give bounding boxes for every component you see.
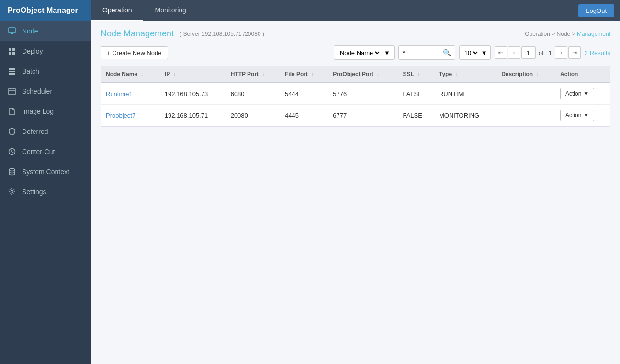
- cell-proobject-port-0: 5776: [328, 83, 398, 105]
- table-row: Runtime1 192.168.105.73 6080 5444 5776 F…: [101, 83, 610, 105]
- cell-ip-0: 192.168.105.73: [160, 83, 226, 105]
- col-header-action: Action: [555, 66, 610, 83]
- search-box: 🔍: [398, 45, 455, 60]
- gear-icon: [8, 188, 16, 196]
- svg-rect-9: [9, 73, 15, 75]
- sidebar-label-settings: Settings: [22, 188, 46, 196]
- breadcrumb-node: Node: [557, 31, 571, 37]
- cell-description-0: [496, 83, 555, 105]
- per-page-chevron-icon: ▼: [481, 49, 487, 56]
- main-area: Node Deploy Batch Scheduler: [0, 21, 620, 364]
- cell-node-name-0[interactable]: Runtime1: [101, 83, 160, 105]
- filter-select-input[interactable]: Node Name IP HTTP Port File Port: [338, 49, 381, 57]
- sidebar-label-batch: Batch: [22, 67, 39, 75]
- col-header-ip: IP ↕: [160, 66, 226, 83]
- col-header-node-name: Node Name ↕: [101, 66, 160, 83]
- col-header-proobject-port: ProObject Port ↕: [328, 66, 398, 83]
- action-button-1[interactable]: Action ▼: [560, 110, 594, 121]
- svg-rect-7: [9, 68, 15, 70]
- sidebar-label-deferred: Deferred: [22, 128, 48, 135]
- sidebar-item-scheduler[interactable]: Scheduler: [0, 81, 91, 101]
- breadcrumb: Operation > Node > Management: [525, 31, 610, 37]
- sidebar-item-system-context[interactable]: System Context: [0, 162, 91, 182]
- brand-title: ProObject Manager: [8, 6, 78, 15]
- cell-description-1: [496, 105, 555, 126]
- svg-rect-4: [12, 48, 15, 51]
- per-page-select-input[interactable]: 10 20 50: [462, 49, 479, 57]
- breadcrumb-sep1: >: [552, 31, 556, 37]
- sort-icon-type[interactable]: ↕: [455, 72, 458, 77]
- sort-icon-http-port[interactable]: ↕: [262, 72, 264, 77]
- cell-proobject-port-1: 6777: [328, 105, 398, 126]
- cell-type-0: RUNTIME: [434, 83, 496, 105]
- search-button[interactable]: 🔍: [443, 49, 451, 56]
- toolbar-right: Node Name IP HTTP Port File Port ▼ 🔍: [334, 45, 610, 60]
- svg-rect-10: [9, 88, 15, 95]
- svg-rect-3: [9, 48, 11, 51]
- first-page-button[interactable]: ⇤: [495, 46, 507, 59]
- col-header-file-port: File Port ↕: [280, 66, 328, 83]
- logout-button[interactable]: LogOut: [578, 4, 614, 17]
- svg-rect-5: [9, 52, 11, 55]
- svg-rect-6: [12, 52, 15, 55]
- sidebar-item-deferred[interactable]: Deferred: [0, 121, 91, 142]
- database-icon: [8, 167, 16, 176]
- sidebar-item-deploy[interactable]: Deploy: [0, 41, 91, 61]
- sort-icon-file-port[interactable]: ↕: [311, 72, 314, 77]
- svg-rect-0: [9, 28, 15, 33]
- svg-rect-2: [10, 34, 14, 34]
- top-bar: ProObject Manager Operation Monitoring L…: [0, 0, 620, 21]
- breadcrumb-sep2: >: [572, 31, 577, 37]
- per-page-select-wrapper[interactable]: 10 20 50 ▼: [459, 45, 491, 60]
- app-container: ProObject Manager Operation Monitoring L…: [0, 0, 620, 364]
- cell-file-port-0: 5444: [280, 83, 328, 105]
- chevron-down-icon: ▼: [583, 112, 589, 119]
- nav-tabs: Operation Monitoring: [91, 0, 578, 21]
- sort-icon-node-name[interactable]: ↕: [141, 72, 143, 77]
- toolbar: + Create New Node Node Name IP HTTP Port…: [101, 45, 610, 60]
- sidebar-item-node[interactable]: Node: [0, 21, 91, 41]
- filter-select-wrapper[interactable]: Node Name IP HTTP Port File Port ▼: [334, 45, 395, 60]
- tab-monitoring[interactable]: Monitoring: [143, 0, 197, 21]
- sidebar-label-system-context: System Context: [22, 168, 69, 176]
- chevron-down-icon: ▼: [583, 90, 589, 97]
- prev-page-button[interactable]: ‹: [508, 46, 520, 59]
- tab-operation[interactable]: Operation: [91, 0, 143, 21]
- sort-icon-ip[interactable]: ↕: [173, 72, 176, 77]
- list-icon: [8, 67, 16, 76]
- cell-node-name-1[interactable]: Proobject7: [101, 105, 160, 126]
- sort-icon-description[interactable]: ↕: [537, 72, 539, 77]
- shield-icon: [8, 127, 16, 136]
- svg-rect-8: [9, 71, 15, 72]
- sort-icon-proobject-port[interactable]: ↕: [377, 72, 379, 77]
- page-header: Node Management ( Server 192.168.105.71 …: [101, 29, 610, 39]
- page-of-label: of: [537, 49, 546, 56]
- sidebar-item-image-log[interactable]: Image Log: [0, 101, 91, 121]
- table-row: Proobject7 192.168.105.71 20080 4445 677…: [101, 105, 610, 126]
- cell-http-port-1: 20080: [226, 105, 280, 126]
- action-button-0[interactable]: Action ▼: [560, 88, 594, 99]
- cell-type-1: MONITORING: [434, 105, 496, 126]
- sidebar-item-batch[interactable]: Batch: [0, 61, 91, 81]
- pagination: ⇤ ‹ of 1 › ⇥: [495, 46, 581, 59]
- brand-logo: ProObject Manager: [0, 0, 91, 21]
- file-icon: [8, 107, 16, 116]
- cell-ssl-1: FALSE: [398, 105, 434, 126]
- server-info: ( Server 192.168.105.71 /20080 ): [180, 31, 264, 37]
- col-header-http-port: HTTP Port ↕: [226, 66, 280, 83]
- sidebar-item-settings[interactable]: Settings: [0, 182, 91, 202]
- monitor-icon: [8, 27, 16, 35]
- search-input[interactable]: [403, 49, 441, 56]
- next-page-button[interactable]: ›: [555, 46, 567, 59]
- sort-icon-ssl[interactable]: ↕: [417, 72, 420, 77]
- svg-point-15: [9, 169, 15, 171]
- create-new-node-button[interactable]: + Create New Node: [101, 46, 168, 59]
- page-number-input[interactable]: [521, 46, 536, 59]
- chevron-down-icon: ▼: [384, 49, 390, 56]
- last-page-button[interactable]: ⇥: [568, 46, 581, 59]
- results-count: 2 Results: [585, 49, 610, 56]
- total-pages: 1: [547, 49, 554, 56]
- table-header-row: Node Name ↕ IP ↕ HTTP Port ↕ File Port ↕…: [101, 66, 610, 83]
- sidebar-item-center-cut[interactable]: Center-Cut: [0, 142, 91, 162]
- data-table-wrapper: Node Name ↕ IP ↕ HTTP Port ↕ File Port ↕…: [101, 66, 610, 127]
